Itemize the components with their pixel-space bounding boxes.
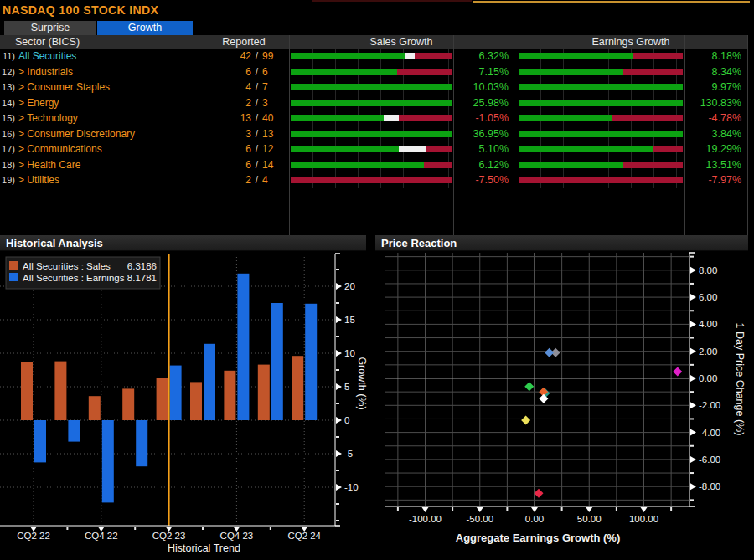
svg-text:All Securities : Earnings: All Securities : Earnings bbox=[23, 273, 125, 283]
price-reaction-header: Price Reaction bbox=[375, 235, 748, 251]
earnings-growth-bar-red-segment bbox=[623, 69, 683, 75]
col-header-sector[interactable]: Sector (BICS) bbox=[15, 35, 80, 49]
table-row[interactable]: 18)> Health Care6/146.12%13.51% bbox=[0, 157, 748, 173]
table-row[interactable]: 19)> Utilities2/4-7.50%-7.97% bbox=[0, 172, 748, 188]
svg-text:1 Day Price Change (%): 1 Day Price Change (%) bbox=[734, 323, 746, 436]
svg-text:-2.00: -2.00 bbox=[699, 400, 720, 410]
earnings-growth-value: -7.97% bbox=[686, 172, 741, 188]
sales-growth-value: 36.95% bbox=[455, 126, 509, 142]
earnings-growth-value: 130.83% bbox=[686, 95, 741, 111]
svg-text:All Securities : Sales: All Securities : Sales bbox=[23, 261, 111, 271]
svg-text:15: 15 bbox=[344, 315, 355, 325]
sales-growth-bar-red-segment bbox=[397, 69, 452, 75]
svg-text:CQ4 23: CQ4 23 bbox=[220, 531, 254, 541]
svg-text:50.00: 50.00 bbox=[577, 514, 602, 524]
svg-text:Aggregate Earnings Growth (%): Aggregate Earnings Growth (%) bbox=[456, 532, 620, 544]
table-header: Sector (BICS) Reported Sales Growth Earn… bbox=[0, 35, 748, 49]
svg-text:6.00: 6.00 bbox=[699, 292, 717, 302]
earnings-growth-bar-red-segment bbox=[612, 115, 683, 121]
earnings-growth-value: 3.84% bbox=[686, 126, 741, 142]
earnings-growth-value: 8.18% bbox=[686, 49, 741, 64]
sales-growth-bar-white-segment bbox=[384, 115, 398, 121]
sector-table-body: 11)All Securities42/996.32%8.18%12)> Ind… bbox=[0, 49, 748, 188]
sector-name[interactable]: > Utilities bbox=[18, 172, 59, 188]
svg-text:-50.00: -50.00 bbox=[466, 514, 493, 524]
col-header-earnings[interactable]: Earnings Growth bbox=[514, 35, 748, 49]
sales-growth-bar bbox=[291, 64, 452, 80]
sector-name[interactable]: > Health Care bbox=[18, 157, 80, 173]
row-number: 13) bbox=[0, 80, 15, 95]
price-reaction-chart: 8.006.004.002.000.00-2.00-4.00-6.00-8.00… bbox=[375, 252, 754, 560]
row-number: 17) bbox=[0, 141, 15, 157]
scatter-point-technology bbox=[524, 382, 534, 391]
sales-growth-bar-green-segment bbox=[291, 162, 424, 168]
table-row[interactable]: 15)> Technology13/40-1.05%-4.78% bbox=[0, 110, 748, 126]
earnings-growth-bar-green-segment bbox=[519, 162, 623, 168]
earnings-growth-bar bbox=[519, 64, 683, 80]
svg-text:CQ2 24: CQ2 24 bbox=[287, 531, 321, 541]
sales-growth-value: 7.15% bbox=[455, 64, 509, 80]
sector-name[interactable]: > Consumer Staples bbox=[18, 80, 110, 95]
table-row[interactable]: 17)> Communications6/125.10%19.29% bbox=[0, 141, 748, 157]
row-number: 14) bbox=[0, 95, 15, 111]
sales-growth-value: -1.05% bbox=[455, 110, 509, 126]
svg-text:0: 0 bbox=[344, 415, 349, 425]
sales-growth-bar bbox=[291, 157, 452, 173]
sales-growth-bar-green-segment bbox=[291, 146, 399, 152]
sales-growth-bar-green-segment bbox=[291, 100, 452, 106]
col-header-reported[interactable]: Reported bbox=[199, 35, 289, 49]
svg-text:-4.00: -4.00 bbox=[699, 428, 720, 438]
reported-count: 6/12 bbox=[201, 141, 285, 157]
top-toolbar-remnant bbox=[312, 0, 472, 2]
sales-growth-bar-red-segment bbox=[399, 115, 452, 121]
sales-growth-value: 25.98% bbox=[455, 95, 509, 111]
table-row[interactable]: 12)> Industrials6/67.15%8.34% bbox=[0, 64, 748, 80]
row-number: 19) bbox=[0, 172, 15, 188]
row-number: 12) bbox=[0, 64, 15, 80]
sales-growth-bar bbox=[291, 126, 452, 142]
page-title: NASDAQ 100 STOCK INDX bbox=[3, 3, 158, 17]
sector-name[interactable]: > Communications bbox=[18, 141, 102, 157]
historical-analysis-header: Historical Analysis bbox=[0, 235, 366, 251]
tab-growth[interactable]: Growth bbox=[97, 21, 193, 35]
earnings-growth-bar-green-segment bbox=[519, 146, 653, 152]
svg-text:0.00: 0.00 bbox=[699, 373, 717, 383]
price-reaction-title: Price Reaction bbox=[381, 237, 457, 249]
svg-text:5: 5 bbox=[344, 382, 349, 392]
column-divider bbox=[453, 35, 454, 235]
reported-count: 2/3 bbox=[201, 95, 285, 111]
table-row[interactable]: 16)> Consumer Discretionary3/1336.95%3.8… bbox=[0, 126, 748, 142]
reported-count: 6/6 bbox=[201, 64, 285, 80]
sales-growth-bar bbox=[291, 95, 452, 111]
svg-text:-10: -10 bbox=[344, 482, 359, 492]
earnings-growth-bar-green-segment bbox=[519, 69, 623, 75]
earnings-growth-bar bbox=[519, 172, 683, 188]
tab-surprise[interactable]: Surprise bbox=[4, 21, 96, 35]
sector-name[interactable]: All Securities bbox=[18, 49, 76, 64]
table-row[interactable]: 13)> Consumer Staples4/710.03%9.97% bbox=[0, 80, 748, 95]
column-divider bbox=[289, 35, 290, 235]
earnings-growth-bar-green-segment bbox=[519, 53, 633, 59]
sector-name[interactable]: > Energy bbox=[18, 95, 59, 111]
earnings-growth-value: 8.34% bbox=[686, 64, 741, 80]
earnings-growth-bar bbox=[519, 95, 683, 111]
sector-name[interactable]: > Technology bbox=[18, 110, 78, 126]
reported-count: 13/40 bbox=[201, 110, 285, 126]
table-row[interactable]: 14)> Energy2/325.98%130.83% bbox=[0, 95, 748, 111]
earnings-growth-bar-green-segment bbox=[519, 100, 683, 106]
earnings-growth-value: 9.97% bbox=[686, 80, 741, 95]
scatter-point-consumer-discretionary bbox=[535, 489, 544, 498]
sales-growth-bar-green-segment bbox=[291, 115, 384, 121]
earnings-growth-bar-green-segment bbox=[519, 84, 683, 90]
reported-count: 2/4 bbox=[201, 172, 285, 188]
table-row[interactable]: 11)All Securities42/996.32%8.18% bbox=[0, 49, 748, 64]
earnings-growth-bar-red-segment bbox=[633, 53, 683, 59]
sector-name[interactable]: > Consumer Discretionary bbox=[18, 126, 135, 142]
sector-name[interactable]: > Industrials bbox=[18, 64, 73, 80]
column-divider bbox=[747, 35, 748, 235]
col-header-sales[interactable]: Sales Growth bbox=[289, 35, 514, 49]
historical-analysis-chart: 20151050-5-10CQ2 22CQ4 22CQ2 23CQ4 23CQ2… bbox=[0, 252, 369, 560]
sales-growth-bar-green-segment bbox=[291, 84, 452, 90]
earnings-growth-bar bbox=[519, 126, 683, 142]
earnings-growth-bar-red-segment bbox=[623, 162, 683, 168]
